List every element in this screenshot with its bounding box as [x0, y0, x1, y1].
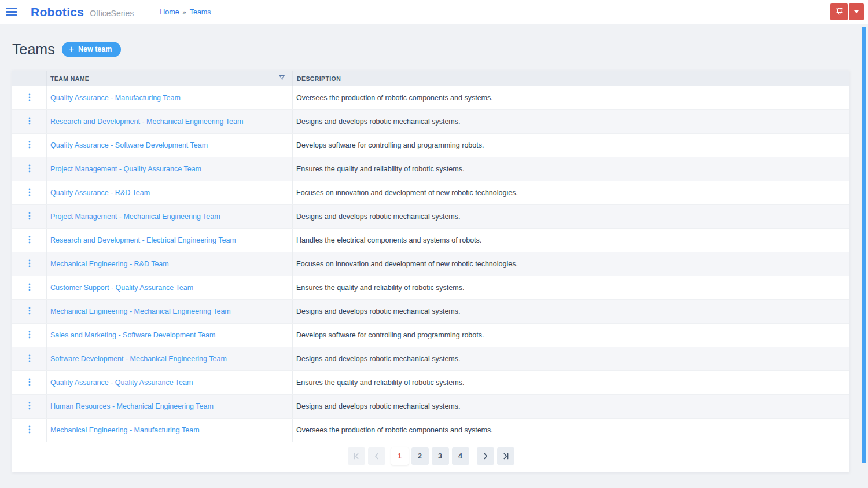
row-menu-button[interactable] [25, 306, 34, 318]
team-description: Focuses on innovation and development of… [296, 260, 518, 268]
table-row: Mechanical Engineering - Mechanical Engi… [12, 300, 849, 324]
header-actions [830, 3, 864, 20]
row-menu-button[interactable] [25, 329, 34, 342]
team-description: Develops software for controlling and pr… [296, 141, 484, 149]
kebab-vertical-icon [28, 141, 31, 151]
row-actions-cell [12, 110, 47, 133]
row-actions-cell [12, 300, 47, 323]
row-actions-cell [12, 134, 47, 157]
row-actions-cell [12, 181, 47, 204]
page-number-buttons: 1234 [391, 447, 469, 465]
team-name-cell: Quality Assurance - Quality Assurance Te… [47, 371, 293, 394]
row-actions-cell [12, 324, 47, 347]
team-description-cell: Designs and develops robotic mechanical … [293, 347, 849, 370]
page-2-button[interactable]: 2 [411, 447, 429, 465]
row-menu-button[interactable] [25, 163, 34, 175]
table-row: Project Management - Mechanical Engineer… [12, 205, 849, 229]
table-header-row: TEAM NAME DESCRIPTION [12, 71, 849, 86]
page-1-button[interactable]: 1 [391, 447, 409, 465]
team-description: Designs and develops robotic mechanical … [296, 355, 460, 363]
kebab-vertical-icon [28, 188, 31, 198]
team-name-link[interactable]: Software Development - Mechanical Engine… [50, 355, 227, 363]
team-name-link[interactable]: Research and Development - Mechanical En… [50, 118, 243, 126]
team-name-link[interactable]: Customer Support - Quality Assurance Tea… [50, 284, 193, 292]
filter-button[interactable] [278, 74, 285, 83]
team-description: Designs and develops robotic mechanical … [296, 402, 460, 410]
breadcrumb-separator: » [183, 9, 186, 16]
row-menu-button[interactable] [25, 401, 34, 413]
scrollbar-thumb[interactable] [862, 27, 866, 463]
pagination: 1234 [12, 442, 849, 472]
team-description-cell: Develops software for controlling and pr… [293, 324, 849, 347]
kebab-vertical-icon [28, 307, 31, 317]
row-actions-cell [12, 86, 47, 109]
team-name-link[interactable]: Mechanical Engineering - R&D Team [50, 260, 169, 268]
table-row: Human Resources - Mechanical Engineering… [12, 395, 849, 419]
row-menu-button[interactable] [25, 92, 34, 104]
next-page-button[interactable] [477, 447, 494, 465]
row-menu-button[interactable] [25, 258, 34, 270]
row-actions-cell [12, 252, 47, 276]
first-page-button[interactable] [348, 447, 365, 465]
team-name-link[interactable]: Mechanical Engineering - Mechanical Engi… [50, 307, 231, 315]
kebab-vertical-icon [28, 378, 31, 388]
row-menu-button[interactable] [25, 377, 34, 389]
row-menu-button[interactable] [25, 187, 34, 199]
row-menu-button[interactable] [25, 140, 34, 152]
last-page-icon [502, 452, 510, 460]
team-name-link[interactable]: Quality Assurance - Manufacturing Team [50, 94, 181, 102]
team-description-cell: Focuses on innovation and development of… [293, 181, 849, 204]
page-4-button[interactable]: 4 [452, 447, 469, 465]
team-name-link[interactable]: Human Resources - Mechanical Engineering… [50, 402, 214, 410]
account-menu-button[interactable] [849, 3, 864, 20]
team-name-link[interactable]: Quality Assurance - Quality Assurance Te… [50, 379, 193, 387]
prev-page-button[interactable] [368, 447, 385, 465]
table-row: Research and Development - Electrical En… [12, 229, 849, 252]
row-menu-button[interactable] [25, 234, 34, 247]
funnel-icon [278, 74, 285, 83]
team-name-cell: Mechanical Engineering - R&D Team [47, 252, 293, 276]
team-description-cell: Oversees the production of robotic compo… [293, 86, 849, 109]
plus-icon: + [69, 45, 74, 54]
row-menu-button[interactable] [25, 424, 34, 436]
new-team-button[interactable]: + New team [62, 42, 122, 57]
kebab-vertical-icon [28, 236, 31, 245]
team-name-link[interactable]: Quality Assurance - R&D Team [50, 189, 150, 197]
kebab-vertical-icon [28, 164, 31, 174]
team-name-link[interactable]: Mechanical Engineering - Manufacturing T… [50, 426, 200, 434]
teams-page: Teams + New team TEAM NAME DESCRIPTION [0, 41, 868, 472]
team-name-link[interactable]: Sales and Marketing - Software Developme… [50, 331, 215, 339]
team-description-cell: Ensures the quality and reliability of r… [293, 157, 849, 181]
team-name-link[interactable]: Project Management - Quality Assurance T… [50, 165, 201, 173]
team-description: Ensures the quality and reliability of r… [296, 165, 464, 173]
team-description-cell: Oversees the production of robotic compo… [293, 419, 849, 442]
team-description: Ensures the quality and reliability of r… [296, 379, 464, 387]
team-name-link[interactable]: Research and Development - Electrical En… [50, 236, 236, 244]
team-name-cell: Project Management - Quality Assurance T… [47, 157, 293, 181]
page-3-button[interactable]: 3 [432, 447, 449, 465]
kebab-vertical-icon [28, 283, 31, 293]
team-description: Oversees the production of robotic compo… [296, 94, 493, 102]
team-name-link[interactable]: Project Management - Mechanical Engineer… [50, 212, 220, 221]
breadcrumb-current[interactable]: Teams [190, 8, 211, 16]
row-menu-button[interactable] [25, 353, 34, 365]
last-page-button[interactable] [497, 447, 514, 465]
menu-button[interactable] [0, 0, 23, 24]
table-row: Quality Assurance - Manufacturing Team O… [12, 86, 849, 110]
team-description: Designs and develops robotic mechanical … [296, 212, 460, 221]
table-row: Quality Assurance - Quality Assurance Te… [12, 371, 849, 395]
logo-title: Robotics [31, 5, 84, 19]
chevron-right-icon [481, 452, 490, 460]
row-menu-button[interactable] [25, 211, 34, 223]
app-logo[interactable]: Robotics OfficeSeries [31, 5, 134, 19]
row-actions-cell [12, 419, 47, 442]
row-menu-button[interactable] [25, 282, 34, 294]
row-actions-cell [12, 157, 47, 181]
kebab-vertical-icon [28, 117, 31, 127]
row-menu-button[interactable] [25, 116, 34, 128]
breadcrumb-home-link[interactable]: Home [160, 8, 179, 16]
notifications-button[interactable] [830, 3, 848, 20]
team-name-cell: Research and Development - Electrical En… [47, 229, 293, 252]
team-description-cell: Focuses on innovation and development of… [293, 252, 849, 276]
team-name-link[interactable]: Quality Assurance - Software Development… [50, 141, 208, 149]
